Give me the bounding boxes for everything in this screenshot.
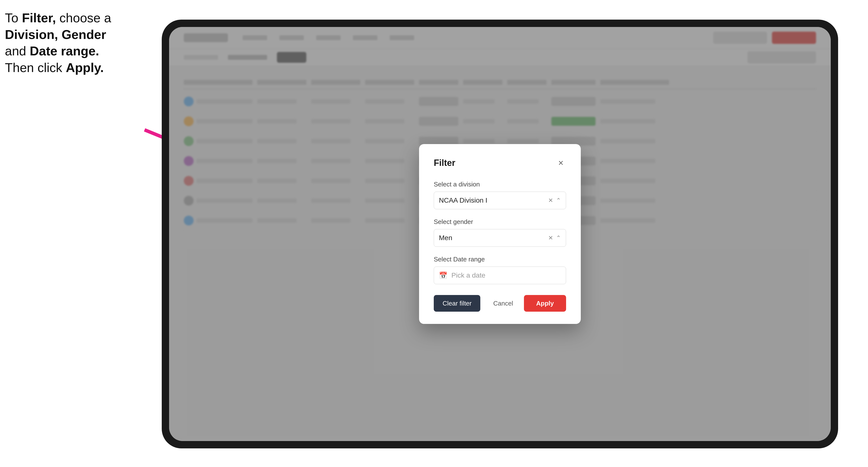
gender-form-group: Select gender Men ✕ ⌃: [434, 218, 566, 247]
modal-header: Filter ✕: [434, 158, 566, 168]
gender-label: Select gender: [434, 218, 566, 226]
date-range-bold: Date range.: [30, 44, 99, 58]
gender-selected-value: Men: [439, 234, 548, 242]
division-clear-icon[interactable]: ✕: [548, 197, 553, 204]
division-chevron-icon[interactable]: ⌃: [556, 197, 561, 204]
date-range-label: Select Date range: [434, 255, 566, 263]
apply-button[interactable]: Apply: [524, 295, 566, 312]
modal-footer: Clear filter Cancel Apply: [434, 295, 566, 312]
tablet-device: Filter ✕ Select a division NCAA Division…: [162, 20, 838, 448]
gender-chevron-icon[interactable]: ⌃: [556, 235, 561, 241]
date-placeholder: Pick a date: [452, 272, 486, 279]
filter-bold: Filter,: [22, 11, 56, 25]
division-selected-value: NCAA Division I: [439, 196, 548, 204]
gender-clear-icon[interactable]: ✕: [548, 235, 553, 241]
modal-title: Filter: [434, 158, 455, 168]
division-select-controls: ✕ ⌃: [548, 197, 561, 204]
date-range-input[interactable]: 📅 Pick a date: [434, 267, 566, 284]
division-gender-bold: Division, Gender: [5, 27, 106, 42]
division-form-group: Select a division NCAA Division I ✕ ⌃: [434, 181, 566, 209]
modal-right-buttons: Cancel Apply: [488, 295, 566, 312]
apply-bold: Apply.: [66, 61, 104, 75]
filter-modal: Filter ✕ Select a division NCAA Division…: [419, 144, 581, 324]
calendar-icon: 📅: [439, 272, 447, 280]
division-label: Select a division: [434, 181, 566, 188]
modal-close-button[interactable]: ✕: [555, 158, 566, 168]
division-select[interactable]: NCAA Division I ✕ ⌃: [434, 192, 566, 209]
cancel-button[interactable]: Cancel: [488, 295, 519, 312]
instruction-text: To Filter, choose a Division, Gender and…: [5, 10, 147, 76]
date-range-form-group: Select Date range 📅 Pick a date: [434, 255, 566, 284]
tablet-screen: Filter ✕ Select a division NCAA Division…: [169, 27, 831, 441]
gender-select[interactable]: Men ✕ ⌃: [434, 229, 566, 247]
clear-filter-button[interactable]: Clear filter: [434, 295, 480, 312]
modal-overlay: Filter ✕ Select a division NCAA Division…: [169, 27, 831, 441]
gender-select-controls: ✕ ⌃: [548, 235, 561, 241]
